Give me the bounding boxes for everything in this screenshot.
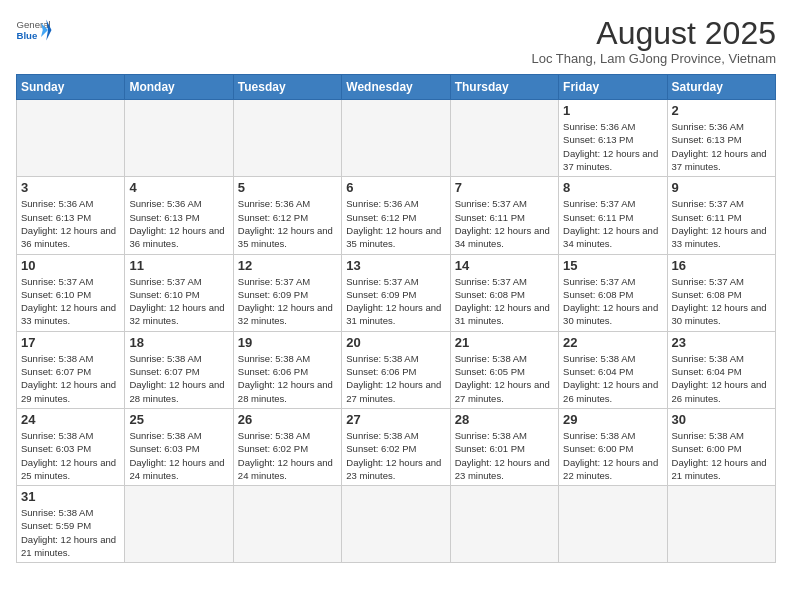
weekday-header-wednesday: Wednesday xyxy=(342,75,450,100)
day-info: Sunrise: 5:38 AM Sunset: 5:59 PM Dayligh… xyxy=(21,506,120,559)
day-number: 20 xyxy=(346,335,445,350)
day-number: 14 xyxy=(455,258,554,273)
day-number: 1 xyxy=(563,103,662,118)
calendar-cell: 14Sunrise: 5:37 AM Sunset: 6:08 PM Dayli… xyxy=(450,254,558,331)
calendar-cell: 27Sunrise: 5:38 AM Sunset: 6:02 PM Dayli… xyxy=(342,408,450,485)
day-info: Sunrise: 5:38 AM Sunset: 6:00 PM Dayligh… xyxy=(563,429,662,482)
day-number: 23 xyxy=(672,335,771,350)
day-number: 17 xyxy=(21,335,120,350)
calendar-cell: 23Sunrise: 5:38 AM Sunset: 6:04 PM Dayli… xyxy=(667,331,775,408)
weekday-header-row: SundayMondayTuesdayWednesdayThursdayFrid… xyxy=(17,75,776,100)
day-number: 27 xyxy=(346,412,445,427)
logo: General Blue xyxy=(16,16,52,44)
day-info: Sunrise: 5:37 AM Sunset: 6:10 PM Dayligh… xyxy=(21,275,120,328)
week-row-1: 1Sunrise: 5:36 AM Sunset: 6:13 PM Daylig… xyxy=(17,100,776,177)
day-info: Sunrise: 5:36 AM Sunset: 6:13 PM Dayligh… xyxy=(21,197,120,250)
day-info: Sunrise: 5:38 AM Sunset: 6:07 PM Dayligh… xyxy=(129,352,228,405)
day-number: 22 xyxy=(563,335,662,350)
day-info: Sunrise: 5:38 AM Sunset: 6:04 PM Dayligh… xyxy=(563,352,662,405)
day-info: Sunrise: 5:36 AM Sunset: 6:13 PM Dayligh… xyxy=(672,120,771,173)
day-number: 10 xyxy=(21,258,120,273)
day-number: 19 xyxy=(238,335,337,350)
month-title: August 2025 xyxy=(532,16,777,51)
calendar-cell: 31Sunrise: 5:38 AM Sunset: 5:59 PM Dayli… xyxy=(17,486,125,563)
day-number: 18 xyxy=(129,335,228,350)
location-subtitle: Loc Thang, Lam GJong Province, Vietnam xyxy=(532,51,777,66)
calendar-cell: 24Sunrise: 5:38 AM Sunset: 6:03 PM Dayli… xyxy=(17,408,125,485)
day-number: 8 xyxy=(563,180,662,195)
day-number: 4 xyxy=(129,180,228,195)
weekday-header-sunday: Sunday xyxy=(17,75,125,100)
day-number: 21 xyxy=(455,335,554,350)
calendar-cell: 3Sunrise: 5:36 AM Sunset: 6:13 PM Daylig… xyxy=(17,177,125,254)
calendar-cell: 19Sunrise: 5:38 AM Sunset: 6:06 PM Dayli… xyxy=(233,331,341,408)
day-number: 15 xyxy=(563,258,662,273)
calendar-cell: 8Sunrise: 5:37 AM Sunset: 6:11 PM Daylig… xyxy=(559,177,667,254)
day-info: Sunrise: 5:38 AM Sunset: 6:02 PM Dayligh… xyxy=(238,429,337,482)
day-info: Sunrise: 5:37 AM Sunset: 6:09 PM Dayligh… xyxy=(238,275,337,328)
day-number: 2 xyxy=(672,103,771,118)
week-row-2: 3Sunrise: 5:36 AM Sunset: 6:13 PM Daylig… xyxy=(17,177,776,254)
calendar-cell: 20Sunrise: 5:38 AM Sunset: 6:06 PM Dayli… xyxy=(342,331,450,408)
calendar-cell: 28Sunrise: 5:38 AM Sunset: 6:01 PM Dayli… xyxy=(450,408,558,485)
calendar-cell: 13Sunrise: 5:37 AM Sunset: 6:09 PM Dayli… xyxy=(342,254,450,331)
day-number: 6 xyxy=(346,180,445,195)
day-number: 30 xyxy=(672,412,771,427)
day-info: Sunrise: 5:37 AM Sunset: 6:08 PM Dayligh… xyxy=(455,275,554,328)
calendar-cell: 17Sunrise: 5:38 AM Sunset: 6:07 PM Dayli… xyxy=(17,331,125,408)
day-number: 31 xyxy=(21,489,120,504)
calendar-cell: 12Sunrise: 5:37 AM Sunset: 6:09 PM Dayli… xyxy=(233,254,341,331)
day-number: 24 xyxy=(21,412,120,427)
day-info: Sunrise: 5:38 AM Sunset: 6:03 PM Dayligh… xyxy=(129,429,228,482)
calendar-cell xyxy=(17,100,125,177)
day-info: Sunrise: 5:36 AM Sunset: 6:12 PM Dayligh… xyxy=(346,197,445,250)
calendar-cell: 1Sunrise: 5:36 AM Sunset: 6:13 PM Daylig… xyxy=(559,100,667,177)
calendar-cell: 26Sunrise: 5:38 AM Sunset: 6:02 PM Dayli… xyxy=(233,408,341,485)
day-number: 29 xyxy=(563,412,662,427)
calendar-cell xyxy=(450,100,558,177)
calendar-cell xyxy=(125,486,233,563)
day-info: Sunrise: 5:37 AM Sunset: 6:08 PM Dayligh… xyxy=(563,275,662,328)
day-info: Sunrise: 5:36 AM Sunset: 6:13 PM Dayligh… xyxy=(563,120,662,173)
day-info: Sunrise: 5:38 AM Sunset: 6:00 PM Dayligh… xyxy=(672,429,771,482)
calendar-cell xyxy=(125,100,233,177)
day-number: 11 xyxy=(129,258,228,273)
calendar-cell xyxy=(342,486,450,563)
day-number: 12 xyxy=(238,258,337,273)
day-info: Sunrise: 5:37 AM Sunset: 6:08 PM Dayligh… xyxy=(672,275,771,328)
day-number: 25 xyxy=(129,412,228,427)
calendar-cell: 9Sunrise: 5:37 AM Sunset: 6:11 PM Daylig… xyxy=(667,177,775,254)
calendar-cell: 15Sunrise: 5:37 AM Sunset: 6:08 PM Dayli… xyxy=(559,254,667,331)
calendar-cell: 5Sunrise: 5:36 AM Sunset: 6:12 PM Daylig… xyxy=(233,177,341,254)
day-number: 3 xyxy=(21,180,120,195)
calendar-cell: 11Sunrise: 5:37 AM Sunset: 6:10 PM Dayli… xyxy=(125,254,233,331)
weekday-header-monday: Monday xyxy=(125,75,233,100)
day-number: 28 xyxy=(455,412,554,427)
day-info: Sunrise: 5:37 AM Sunset: 6:09 PM Dayligh… xyxy=(346,275,445,328)
calendar-cell: 22Sunrise: 5:38 AM Sunset: 6:04 PM Dayli… xyxy=(559,331,667,408)
day-info: Sunrise: 5:38 AM Sunset: 6:01 PM Dayligh… xyxy=(455,429,554,482)
day-info: Sunrise: 5:37 AM Sunset: 6:11 PM Dayligh… xyxy=(455,197,554,250)
day-number: 7 xyxy=(455,180,554,195)
day-info: Sunrise: 5:38 AM Sunset: 6:06 PM Dayligh… xyxy=(346,352,445,405)
calendar-cell xyxy=(450,486,558,563)
day-info: Sunrise: 5:37 AM Sunset: 6:10 PM Dayligh… xyxy=(129,275,228,328)
calendar-cell: 29Sunrise: 5:38 AM Sunset: 6:00 PM Dayli… xyxy=(559,408,667,485)
calendar-cell: 7Sunrise: 5:37 AM Sunset: 6:11 PM Daylig… xyxy=(450,177,558,254)
day-info: Sunrise: 5:38 AM Sunset: 6:03 PM Dayligh… xyxy=(21,429,120,482)
week-row-5: 24Sunrise: 5:38 AM Sunset: 6:03 PM Dayli… xyxy=(17,408,776,485)
calendar-cell: 2Sunrise: 5:36 AM Sunset: 6:13 PM Daylig… xyxy=(667,100,775,177)
title-area: August 2025 Loc Thang, Lam GJong Provinc… xyxy=(532,16,777,66)
calendar-cell xyxy=(667,486,775,563)
week-row-3: 10Sunrise: 5:37 AM Sunset: 6:10 PM Dayli… xyxy=(17,254,776,331)
day-info: Sunrise: 5:36 AM Sunset: 6:13 PM Dayligh… xyxy=(129,197,228,250)
day-info: Sunrise: 5:38 AM Sunset: 6:07 PM Dayligh… xyxy=(21,352,120,405)
calendar-table: SundayMondayTuesdayWednesdayThursdayFrid… xyxy=(16,74,776,563)
calendar-cell: 21Sunrise: 5:38 AM Sunset: 6:05 PM Dayli… xyxy=(450,331,558,408)
calendar-cell xyxy=(233,100,341,177)
calendar-cell: 4Sunrise: 5:36 AM Sunset: 6:13 PM Daylig… xyxy=(125,177,233,254)
calendar-cell xyxy=(233,486,341,563)
day-number: 26 xyxy=(238,412,337,427)
weekday-header-friday: Friday xyxy=(559,75,667,100)
day-number: 9 xyxy=(672,180,771,195)
